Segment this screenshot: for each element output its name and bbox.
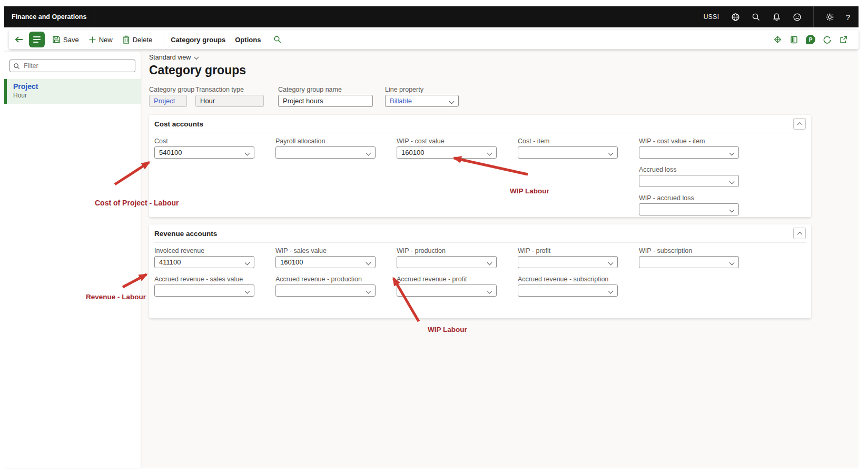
invoiced-revenue-combobox[interactable]: 411100	[154, 256, 254, 268]
field-transaction-type: Transaction type Hour	[195, 86, 264, 107]
accrued-revenue-profit-combobox[interactable]	[397, 284, 497, 297]
topbar-divider	[94, 6, 94, 27]
field-category-group: Category group Project	[149, 86, 187, 107]
field-label: Transaction type	[195, 86, 264, 93]
field-label: Cost	[154, 138, 254, 145]
wip-production-combobox[interactable]	[397, 256, 497, 268]
annotation-label: Revenue - Labour	[86, 293, 146, 301]
wip-accrued-loss-combobox[interactable]	[639, 203, 739, 215]
accrued-loss-combobox[interactable]	[639, 175, 739, 187]
annotation-label: WIP Labour	[510, 187, 549, 195]
wip-profit-combobox[interactable]	[518, 256, 618, 268]
field-accrued-loss: Accrued loss	[639, 166, 739, 187]
wip-cost-value-combobox[interactable]: 160100	[397, 146, 497, 159]
view-selector[interactable]: Standard view	[149, 54, 198, 61]
help-icon[interactable]: ?	[846, 13, 850, 22]
chevron-down-icon[interactable]	[366, 260, 371, 266]
list-item-subtitle: Hour	[13, 92, 135, 99]
options-menu[interactable]: Options	[235, 36, 261, 44]
collapse-section-button[interactable]	[793, 228, 806, 239]
annotation-label: Cost of Project - Labour	[95, 199, 179, 207]
tab-label: Category groups	[171, 36, 225, 44]
chevron-down-icon[interactable]	[608, 260, 614, 266]
save-button[interactable]: Save	[52, 35, 79, 44]
command-search-icon[interactable]	[273, 35, 282, 44]
field-label: WIP - accrued loss	[639, 194, 739, 202]
diamond-icon[interactable]	[773, 35, 782, 44]
gear-icon[interactable]	[825, 13, 834, 22]
annotation-label: WIP Labour	[428, 326, 467, 333]
globe-icon[interactable]	[731, 13, 740, 22]
section-title: Revenue accounts	[154, 230, 217, 238]
field-value: Project	[154, 97, 175, 105]
chevron-down-icon[interactable]	[729, 208, 735, 213]
refresh-icon[interactable]	[823, 35, 832, 44]
back-button[interactable]	[14, 35, 24, 44]
search-icon[interactable]	[752, 13, 761, 22]
field-label: WIP - sales value	[275, 247, 376, 254]
field-label: Cost - item	[518, 138, 618, 145]
view-selector-label: Standard view	[149, 54, 191, 61]
field-value: Billable	[390, 97, 412, 105]
category-group-field: Project	[149, 95, 187, 107]
main-content: Standard view Category groups Category g…	[149, 52, 811, 318]
field-label: Accrued revenue - sales value	[154, 276, 254, 283]
field-wip-production: WIP - production	[397, 247, 497, 268]
chevron-down-icon[interactable]	[449, 99, 455, 104]
field-accrued-revenue-profit: Accrued revenue - profit	[397, 276, 497, 297]
field-label: WIP - subscription	[639, 247, 739, 254]
bell-icon[interactable]	[772, 13, 781, 22]
chevron-down-icon[interactable]	[729, 179, 735, 184]
open-in-new-window-icon[interactable]	[839, 35, 848, 44]
chevron-down-icon[interactable]	[245, 151, 250, 156]
command-bar: Save New Delete Category groups Options …	[9, 30, 859, 49]
accrued-revenue-production-combobox[interactable]	[275, 284, 376, 297]
chevron-down-icon[interactable]	[487, 260, 492, 266]
chevron-down-icon[interactable]	[366, 151, 371, 156]
field-value: 540100	[159, 149, 182, 156]
delete-button[interactable]: Delete	[122, 35, 153, 44]
book-icon[interactable]	[790, 35, 798, 44]
list-item-project[interactable]: Project Hour	[4, 79, 141, 104]
section-title: Cost accounts	[154, 120, 203, 128]
chevron-down-icon[interactable]	[608, 289, 614, 294]
new-label: New	[99, 36, 113, 44]
field-accrued-revenue-subscription: Accrued revenue - subscription	[518, 276, 618, 297]
field-label: Category group	[149, 86, 187, 93]
cost-combobox[interactable]: 540100	[154, 146, 254, 159]
app-title: Finance and Operations	[4, 13, 94, 21]
field-wip-accrued-loss: WIP - accrued loss	[639, 194, 739, 215]
chevron-down-icon[interactable]	[245, 260, 250, 266]
hamburger-menu-button[interactable]	[29, 32, 45, 47]
tab-category-groups[interactable]: Category groups	[171, 36, 225, 44]
wip-subscription-combobox[interactable]	[639, 256, 739, 268]
cost-item-combobox[interactable]	[518, 146, 618, 159]
field-invoiced-revenue: Invoiced revenue 411100	[154, 247, 254, 268]
list-item-title: Project	[13, 82, 135, 91]
accrued-revenue-subscription-combobox[interactable]	[518, 284, 618, 297]
accrued-revenue-sales-value-combobox[interactable]	[154, 284, 254, 297]
smiley-icon[interactable]	[793, 13, 802, 22]
chevron-down-icon[interactable]	[729, 260, 735, 266]
chevron-down-icon[interactable]	[729, 151, 735, 156]
delete-label: Delete	[133, 36, 153, 44]
field-wip-sales-value: WIP - sales value 160100	[275, 247, 376, 268]
toolbar-divider	[163, 34, 163, 45]
chevron-down-icon[interactable]	[366, 289, 371, 294]
wip-cost-value-item-combobox[interactable]	[639, 146, 739, 159]
chevron-down-icon[interactable]	[608, 151, 614, 156]
collapse-section-button[interactable]	[793, 118, 806, 130]
new-button[interactable]: New	[88, 36, 113, 44]
company-selector[interactable]: USSI	[704, 13, 719, 21]
filter-input[interactable]	[9, 60, 135, 72]
chat-badge-icon[interactable]: P	[806, 35, 815, 44]
payroll-allocation-combobox[interactable]	[275, 146, 376, 159]
chevron-down-icon[interactable]	[487, 289, 492, 294]
chevron-down-icon[interactable]	[487, 151, 492, 156]
chevron-down-icon[interactable]	[245, 289, 250, 294]
chat-badge-letter: P	[809, 37, 813, 43]
field-wip-cost-value: WIP - cost value 160100	[397, 138, 497, 159]
category-group-name-input[interactable]: Project hours	[278, 95, 373, 107]
line-property-combobox[interactable]: Billable	[385, 95, 459, 107]
wip-sales-value-combobox[interactable]: 160100	[275, 256, 376, 268]
